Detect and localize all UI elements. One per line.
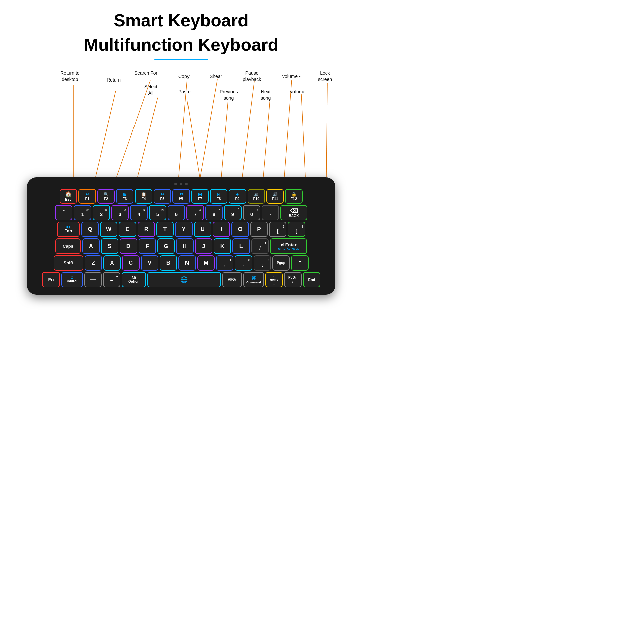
connector-lines — [27, 70, 335, 177]
key-esc[interactable]: 🏠 Esc — [60, 189, 77, 204]
key-s[interactable]: S — [101, 238, 118, 254]
key-9[interactable]: ( 9 — [224, 205, 241, 220]
key-j[interactable]: J — [195, 238, 212, 254]
label-lock-screen: Lockscreen — [318, 70, 332, 83]
key-5[interactable]: % 5 — [149, 205, 166, 220]
label-select-all: SelectAll — [144, 84, 157, 96]
dot-1 — [174, 183, 177, 185]
key-f2[interactable]: 🔍 F2 — [97, 189, 115, 204]
key-0[interactable]: ) 0 — [243, 205, 260, 220]
key-f12[interactable]: 🔒 F12 — [285, 189, 303, 204]
key-c[interactable]: C — [122, 255, 140, 271]
key-r[interactable]: R — [138, 222, 155, 237]
key-f11[interactable]: 🔊 F11 — [266, 189, 284, 204]
key-t[interactable]: T — [156, 222, 174, 237]
key-i[interactable]: I — [213, 222, 230, 237]
key-lbracket[interactable]: { [ — [269, 222, 286, 237]
key-pgdn[interactable]: PgDn↓ — [284, 272, 302, 287]
key-altgr[interactable]: AltGr — [222, 272, 242, 287]
row-bottom: Fn ⬡ ControL — + = Alt Option — [32, 272, 331, 287]
label-volume-plus: volume + — [290, 89, 309, 95]
key-6[interactable]: ^ 6 — [168, 205, 185, 220]
key-dash[interactable]: — — [84, 272, 102, 287]
key-v[interactable]: V — [141, 255, 158, 271]
page-title: Smart Keyboard Multifunction Keyboard — [84, 10, 279, 59]
key-rbracket[interactable]: } ] — [288, 222, 305, 237]
row-function: 🏠 Esc ↩ F1 🔍 F2 ⊞ F3 — [32, 189, 331, 204]
key-2[interactable]: @ 2 — [93, 205, 110, 220]
svg-line-12 — [326, 83, 327, 177]
title-underline — [154, 59, 208, 60]
key-e[interactable]: E — [119, 222, 136, 237]
key-k[interactable]: K — [214, 238, 231, 254]
key-f9[interactable]: ⏭ F9 — [229, 189, 246, 204]
key-ctrl[interactable]: ⬡ ControL — [61, 272, 83, 287]
key-alt-option[interactable]: Alt Option — [122, 272, 146, 287]
key-x[interactable]: X — [103, 255, 121, 271]
label-next-song: Nextsong — [261, 89, 271, 101]
key-h[interactable]: H — [176, 238, 194, 254]
key-f[interactable]: F — [139, 238, 156, 254]
svg-line-6 — [200, 79, 217, 177]
svg-line-1 — [96, 91, 116, 177]
key-shift[interactable]: Shift — [54, 255, 83, 271]
dot-2 — [180, 183, 182, 185]
label-search-for: Search For — [134, 70, 157, 76]
key-space[interactable]: 🌐 — [147, 272, 221, 287]
key-l[interactable]: L — [232, 238, 250, 254]
key-fn[interactable]: Fn — [42, 272, 60, 287]
svg-line-9 — [263, 100, 270, 177]
key-g[interactable]: G — [157, 238, 175, 254]
key-period[interactable]: > . — [235, 255, 252, 271]
row-asdf: Caps A S D F G H J K L ? / ⏎ Enter CTRL+… — [32, 238, 331, 254]
key-minus[interactable]: _ - — [262, 205, 279, 220]
key-n[interactable]: N — [178, 255, 196, 271]
key-p[interactable]: P — [250, 222, 268, 237]
key-z[interactable]: Z — [85, 255, 102, 271]
key-w[interactable]: W — [100, 222, 117, 237]
key-quote[interactable]: " — [291, 255, 309, 271]
key-caps[interactable]: Caps — [55, 238, 81, 254]
svg-line-11 — [301, 94, 305, 177]
key-f8[interactable]: ⏯ F8 — [210, 189, 227, 204]
key-m[interactable]: M — [197, 255, 215, 271]
keyboard-dots — [32, 183, 331, 185]
key-1[interactable]: @ 1 — [74, 205, 91, 220]
key-equals[interactable]: + = — [103, 272, 120, 287]
key-a[interactable]: A — [82, 238, 100, 254]
label-copy: Copy — [178, 73, 190, 80]
key-f3[interactable]: ⊞ F3 — [116, 189, 133, 204]
key-7[interactable]: & 7 — [186, 205, 204, 220]
key-d[interactable]: D — [120, 238, 137, 254]
key-f5[interactable]: ✂ F5 — [154, 189, 171, 204]
key-4[interactable]: $ 4 — [130, 205, 148, 220]
svg-line-8 — [242, 81, 254, 177]
key-semicolon[interactable]: : ; — [254, 255, 271, 271]
key-3[interactable]: # 3 — [111, 205, 129, 220]
key-f10[interactable]: 🔉 F10 — [248, 189, 265, 204]
key-pgup[interactable]: Pgup — [272, 255, 290, 271]
key-end[interactable]: End — [303, 272, 320, 287]
key-command[interactable]: ⌘ Command — [243, 272, 264, 287]
key-f4[interactable]: 📋 F4 — [135, 189, 152, 204]
key-slash[interactable]: ? / — [251, 238, 269, 254]
key-enter[interactable]: ⏎ Enter CTRL+ALT+DEL — [270, 238, 307, 254]
label-volume-minus: volume - — [282, 73, 301, 80]
key-f7[interactable]: ⏮ F7 — [191, 189, 209, 204]
key-f6[interactable]: ✄ F6 — [172, 189, 190, 204]
key-backtick[interactable]: ~ ` ~ — [55, 205, 72, 220]
label-previous-song: Previoussong — [220, 89, 238, 101]
key-q[interactable]: Q — [81, 222, 99, 237]
key-f1[interactable]: ↩ F1 — [78, 189, 96, 204]
key-backspace[interactable]: ⌫ BACK — [280, 205, 307, 220]
key-comma[interactable]: < , — [216, 255, 233, 271]
key-b[interactable]: B — [160, 255, 177, 271]
key-home[interactable]: ← Home ↓ — [265, 272, 283, 287]
key-u[interactable]: U — [194, 222, 211, 237]
label-pause-playback: Pauseplayback — [243, 70, 261, 83]
key-tab[interactable]: BT Tab — [57, 222, 80, 237]
key-8[interactable]: * 8 — [205, 205, 223, 220]
key-y[interactable]: Y — [175, 222, 193, 237]
diagram-container: Return todesktop Return Search For Selec… — [27, 70, 335, 295]
key-o[interactable]: O — [231, 222, 249, 237]
